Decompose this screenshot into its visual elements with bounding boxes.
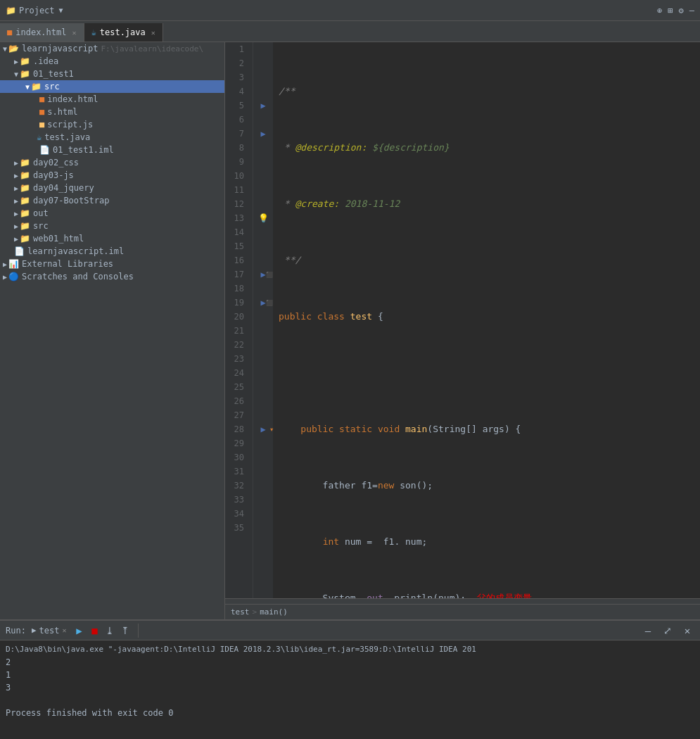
settings-icon[interactable]: ⚙ <box>679 6 684 15</box>
breadcrumb-test: test <box>231 607 250 617</box>
folder-icon: 📁 <box>6 6 16 15</box>
sidebar-item-day03[interactable]: ▶ 📁 day03-js <box>0 169 224 182</box>
close-tab-icon[interactable]: ✕ <box>72 29 76 37</box>
sidebar-item-main-iml[interactable]: 📄 learnjavascript.iml <box>0 245 224 258</box>
collapse-arrow: ▶ <box>14 210 18 217</box>
minimize-icon[interactable]: — <box>689 6 694 15</box>
run-tab[interactable]: ▶ test ✕ <box>32 626 67 636</box>
sidebar-item-s-html[interactable]: ■ s.html <box>0 106 224 118</box>
sidebar-item-iml[interactable]: 📄 01_test1.iml <box>0 144 224 156</box>
gutter-17[interactable]: ▶ ⬛ <box>253 267 273 282</box>
java-icon: ☕ <box>37 132 42 142</box>
gutter-5[interactable]: ▶ <box>253 99 273 113</box>
sidebar-item-src2[interactable]: ▶ 📁 src <box>0 220 224 232</box>
gutter-15 <box>253 239 273 253</box>
scroll-top-button[interactable]: ⤒ <box>118 624 132 638</box>
root-folder-icon: 📂 <box>8 44 19 53</box>
code-line-7: public static void main(String[] args) { <box>279 422 694 436</box>
gutter-27 <box>253 408 273 422</box>
gutter-12 <box>253 197 273 211</box>
gutter-7[interactable]: ▶ <box>253 127 273 141</box>
run-output: D:\Java8\bin\java.exe "-javaagent:D:\Int… <box>0 640 700 739</box>
code-lines[interactable]: /** * @description: ${description} * @cr… <box>273 42 700 598</box>
tab-test-java[interactable]: ☕ test.java ✕ <box>84 23 163 42</box>
root-path: F:\javalearn\ideacode\ <box>101 44 203 53</box>
root-label: learnjavascript <box>22 44 98 53</box>
run-arrow-icon[interactable]: ▶ <box>260 101 265 110</box>
run-label: Run: <box>6 626 26 636</box>
sidebar-root[interactable]: ▼ 📂 learnjavascript F:\javalearn\ideacod… <box>0 42 224 55</box>
add-icon[interactable]: ⊕ <box>657 6 662 15</box>
sidebar-item-script-js[interactable]: ■ script.js <box>0 118 224 131</box>
gutter-14 <box>253 225 273 239</box>
code-line-2: * @description: ${description} <box>279 141 694 155</box>
sidebar-item-day02[interactable]: ▶ 📁 day02_css <box>0 156 224 169</box>
gutter-1 <box>253 42 273 56</box>
sidebar-item-idea[interactable]: ▶ 📁 .idea <box>0 55 224 68</box>
gutter-16 <box>253 253 273 267</box>
sidebar-item-scratches[interactable]: ▶ 🔵 Scratches and Consoles <box>0 270 224 283</box>
scratches-icon: 🔵 <box>8 272 19 282</box>
close-tab-2-icon[interactable]: ✕ <box>151 29 155 37</box>
sidebar-item-out[interactable]: ▶ 📁 out <box>0 207 224 220</box>
item-label: day02_css <box>33 158 79 168</box>
run-arrow-4-icon[interactable]: ▶ <box>260 298 265 308</box>
gutter: ▶ ▶ 💡 ▶ ⬛ ▶ ⬛ <box>253 42 273 598</box>
item-label: test.java <box>44 132 90 142</box>
tab-index-html[interactable]: ■ index.html ✕ <box>0 23 84 42</box>
maximize-panel-button[interactable]: ⤢ <box>661 624 675 638</box>
gutter-24 <box>253 366 273 380</box>
run-arrow-5-icon[interactable]: ▶ <box>260 424 265 434</box>
breadcrumb-sep: > <box>253 607 257 617</box>
sidebar-item-index-html[interactable]: ■ index.html <box>0 93 224 106</box>
sidebar-item-test-java[interactable]: ☕ test.java <box>0 131 224 144</box>
gutter-31 <box>253 465 273 479</box>
gutter-30 <box>253 450 273 465</box>
iml-icon-2: 📄 <box>14 246 25 256</box>
code-line-10: System. out. println(num); 父的成员变量 <box>279 591 694 598</box>
collapse-arrow: ▶ <box>14 235 18 243</box>
code-line-1: /** <box>279 84 694 99</box>
minimize-panel-button[interactable]: — <box>641 624 655 638</box>
run-panel: Run: ▶ test ✕ ▶ ■ ⤓ ⤒ — ⤢ ✕ D:\Java8\bin… <box>0 619 700 739</box>
sidebar-item-external-libs[interactable]: ▶ 📊 External Libraries <box>0 258 224 270</box>
run-arrow-3-icon[interactable]: ▶ <box>260 270 265 279</box>
horizontal-scrollbar[interactable] <box>225 598 700 604</box>
item-label: day04_jquery <box>33 183 94 193</box>
sidebar-item-src[interactable]: ▼ 📁 src <box>0 80 224 93</box>
folder-icon: 📁 <box>20 69 30 79</box>
code-content[interactable]: 1 2 3 4 5 6 7 8 9 10 11 12 13 14 15 16 1… <box>225 42 700 598</box>
folder-icon: 📁 <box>20 196 30 206</box>
gutter-26 <box>253 394 273 408</box>
run-arrow-2-icon[interactable]: ▶ <box>260 129 265 139</box>
sidebar-item-web01[interactable]: ▶ 📁 web01_html <box>0 232 224 245</box>
folder-icon: 📁 <box>20 208 30 218</box>
finish-message: Process finished with exit code 0 <box>6 707 694 719</box>
layout-icon[interactable]: ⊞ <box>668 6 673 15</box>
run-header: Run: ▶ test ✕ ▶ ■ ⤓ ⤒ — ⤢ ✕ <box>0 621 700 640</box>
folder-icon: 📁 <box>20 234 30 244</box>
code-line-5: public class test { <box>279 310 694 324</box>
gutter-28[interactable]: ▶ ▲ <box>253 422 273 436</box>
scroll-end-button[interactable]: ⤓ <box>103 624 117 638</box>
sidebar-item-01test1[interactable]: ▼ 📁 01_test1 <box>0 68 224 80</box>
play-button[interactable]: ▶ <box>72 624 86 638</box>
bulb-icon[interactable]: 💡 <box>258 213 269 223</box>
gutter-19[interactable]: ▶ ⬛ <box>253 296 273 310</box>
stop-button[interactable]: ■ <box>87 624 101 638</box>
line-numbers: 1 2 3 4 5 6 7 8 9 10 11 12 13 14 15 16 1… <box>225 42 253 598</box>
dropdown-arrow[interactable]: ▼ <box>59 6 63 14</box>
close-run-icon[interactable]: ✕ <box>62 626 66 634</box>
sidebar-item-day07[interactable]: ▶ 📁 day07-BootStrap <box>0 194 224 207</box>
gutter-22 <box>253 338 273 352</box>
code-line-8: father f1=new son(); <box>279 479 694 493</box>
command-text: D:\Java8\bin\java.exe "-javaagent:D:\Int… <box>6 645 476 654</box>
bookmark-icon-3: ▲ <box>270 427 273 433</box>
close-panel-button[interactable]: ✕ <box>680 624 694 638</box>
item-label: day03-js <box>33 170 74 180</box>
gutter-9 <box>253 155 273 169</box>
gutter-6 <box>253 113 273 127</box>
code-editor: 1 2 3 4 5 6 7 8 9 10 11 12 13 14 15 16 1… <box>225 42 700 619</box>
sidebar-item-day04[interactable]: ▶ 📁 day04_jquery <box>0 182 224 194</box>
collapse-arrow: ▶ <box>14 172 18 179</box>
